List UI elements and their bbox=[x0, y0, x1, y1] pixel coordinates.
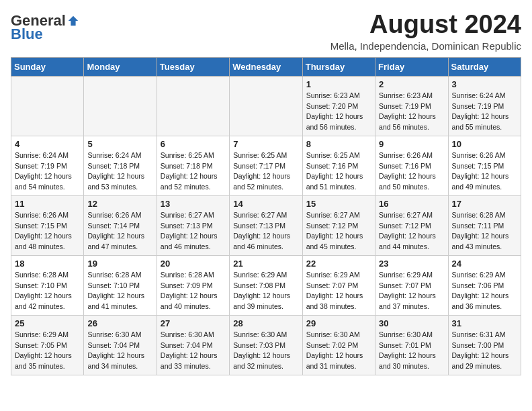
day-info: Sunrise: 6:24 AM Sunset: 7:19 PM Dayligh… bbox=[452, 91, 517, 133]
calendar-cell: 1Sunrise: 6:23 AM Sunset: 7:20 PM Daylig… bbox=[302, 76, 375, 136]
day-info: Sunrise: 6:27 AM Sunset: 7:12 PM Dayligh… bbox=[306, 210, 371, 253]
calendar-body: 1Sunrise: 6:23 AM Sunset: 7:20 PM Daylig… bbox=[11, 76, 521, 375]
header: General Blue August 2024 Mella, Independ… bbox=[11, 11, 521, 52]
weekday-header-friday: Friday bbox=[375, 57, 448, 76]
calendar-cell: 11Sunrise: 6:26 AM Sunset: 7:15 PM Dayli… bbox=[11, 195, 84, 255]
day-info: Sunrise: 6:28 AM Sunset: 7:10 PM Dayligh… bbox=[87, 270, 152, 312]
calendar-cell: 9Sunrise: 6:26 AM Sunset: 7:16 PM Daylig… bbox=[375, 136, 448, 195]
svg-marker-0 bbox=[69, 16, 78, 26]
calendar-week-row: 1Sunrise: 6:23 AM Sunset: 7:20 PM Daylig… bbox=[11, 76, 521, 136]
calendar-cell: 22Sunrise: 6:29 AM Sunset: 7:07 PM Dayli… bbox=[302, 255, 375, 315]
day-info: Sunrise: 6:30 AM Sunset: 7:01 PM Dayligh… bbox=[379, 330, 444, 372]
day-info: Sunrise: 6:27 AM Sunset: 7:13 PM Dayligh… bbox=[233, 210, 298, 253]
calendar-cell: 25Sunrise: 6:29 AM Sunset: 7:05 PM Dayli… bbox=[11, 315, 84, 375]
day-info: Sunrise: 6:26 AM Sunset: 7:16 PM Dayligh… bbox=[379, 150, 444, 193]
logo-icon bbox=[67, 15, 79, 27]
calendar-week-row: 11Sunrise: 6:26 AM Sunset: 7:15 PM Dayli… bbox=[11, 195, 521, 255]
day-info: Sunrise: 6:30 AM Sunset: 7:04 PM Dayligh… bbox=[161, 330, 226, 372]
day-info: Sunrise: 6:26 AM Sunset: 7:15 PM Dayligh… bbox=[452, 150, 517, 193]
calendar-cell bbox=[230, 76, 302, 136]
day-number: 18 bbox=[15, 259, 80, 269]
calendar-cell: 6Sunrise: 6:25 AM Sunset: 7:18 PM Daylig… bbox=[157, 136, 229, 195]
day-number: 24 bbox=[452, 259, 517, 269]
calendar-cell: 27Sunrise: 6:30 AM Sunset: 7:04 PM Dayli… bbox=[157, 315, 229, 375]
calendar-cell bbox=[11, 76, 84, 136]
calendar-week-row: 18Sunrise: 6:28 AM Sunset: 7:10 PM Dayli… bbox=[11, 255, 521, 315]
calendar-week-row: 4Sunrise: 6:24 AM Sunset: 7:19 PM Daylig… bbox=[11, 136, 521, 195]
logo-blue-text: Blue bbox=[11, 26, 43, 42]
calendar-cell bbox=[84, 76, 157, 136]
calendar-cell: 4Sunrise: 6:24 AM Sunset: 7:19 PM Daylig… bbox=[11, 136, 84, 195]
day-info: Sunrise: 6:31 AM Sunset: 7:00 PM Dayligh… bbox=[452, 330, 517, 372]
day-info: Sunrise: 6:23 AM Sunset: 7:19 PM Dayligh… bbox=[379, 91, 444, 133]
calendar-cell: 10Sunrise: 6:26 AM Sunset: 7:15 PM Dayli… bbox=[448, 136, 521, 195]
weekday-header-sunday: Sunday bbox=[11, 57, 84, 76]
day-info: Sunrise: 6:30 AM Sunset: 7:03 PM Dayligh… bbox=[233, 330, 298, 372]
weekday-header-saturday: Saturday bbox=[448, 57, 521, 76]
day-info: Sunrise: 6:26 AM Sunset: 7:15 PM Dayligh… bbox=[15, 210, 80, 253]
day-info: Sunrise: 6:25 AM Sunset: 7:17 PM Dayligh… bbox=[233, 150, 298, 193]
calendar-cell: 12Sunrise: 6:26 AM Sunset: 7:14 PM Dayli… bbox=[84, 195, 157, 255]
day-info: Sunrise: 6:29 AM Sunset: 7:05 PM Dayligh… bbox=[15, 330, 80, 372]
calendar-cell: 14Sunrise: 6:27 AM Sunset: 7:13 PM Dayli… bbox=[230, 195, 302, 255]
day-number: 22 bbox=[306, 259, 371, 269]
day-number: 15 bbox=[306, 199, 371, 209]
calendar-cell: 23Sunrise: 6:29 AM Sunset: 7:07 PM Dayli… bbox=[375, 255, 448, 315]
month-title: August 2024 bbox=[330, 11, 521, 39]
weekday-header-tuesday: Tuesday bbox=[157, 57, 229, 76]
weekday-header-thursday: Thursday bbox=[302, 57, 375, 76]
day-info: Sunrise: 6:29 AM Sunset: 7:07 PM Dayligh… bbox=[306, 270, 371, 312]
day-number: 21 bbox=[233, 259, 298, 269]
calendar-cell bbox=[157, 76, 229, 136]
day-number: 5 bbox=[87, 139, 152, 149]
day-info: Sunrise: 6:30 AM Sunset: 7:02 PM Dayligh… bbox=[306, 330, 371, 372]
day-info: Sunrise: 6:29 AM Sunset: 7:07 PM Dayligh… bbox=[379, 270, 444, 312]
calendar-cell: 2Sunrise: 6:23 AM Sunset: 7:19 PM Daylig… bbox=[375, 76, 448, 136]
day-number: 9 bbox=[379, 139, 444, 149]
calendar-cell: 17Sunrise: 6:28 AM Sunset: 7:11 PM Dayli… bbox=[448, 195, 521, 255]
calendar-cell: 5Sunrise: 6:24 AM Sunset: 7:18 PM Daylig… bbox=[84, 136, 157, 195]
day-number: 29 bbox=[306, 318, 371, 328]
calendar-cell: 30Sunrise: 6:30 AM Sunset: 7:01 PM Dayli… bbox=[375, 315, 448, 375]
calendar-cell: 13Sunrise: 6:27 AM Sunset: 7:13 PM Dayli… bbox=[157, 195, 229, 255]
day-number: 20 bbox=[161, 259, 226, 269]
day-info: Sunrise: 6:24 AM Sunset: 7:18 PM Dayligh… bbox=[87, 150, 152, 193]
day-info: Sunrise: 6:27 AM Sunset: 7:13 PM Dayligh… bbox=[161, 210, 226, 253]
calendar-cell: 3Sunrise: 6:24 AM Sunset: 7:19 PM Daylig… bbox=[448, 76, 521, 136]
day-number: 12 bbox=[87, 199, 152, 209]
calendar-cell: 21Sunrise: 6:29 AM Sunset: 7:08 PM Dayli… bbox=[230, 255, 302, 315]
weekday-header-wednesday: Wednesday bbox=[230, 57, 302, 76]
day-number: 19 bbox=[87, 259, 152, 269]
calendar-header: SundayMondayTuesdayWednesdayThursdayFrid… bbox=[11, 57, 521, 76]
calendar-cell: 20Sunrise: 6:28 AM Sunset: 7:09 PM Dayli… bbox=[157, 255, 229, 315]
day-info: Sunrise: 6:28 AM Sunset: 7:10 PM Dayligh… bbox=[15, 270, 80, 312]
day-number: 23 bbox=[379, 259, 444, 269]
logo: General Blue bbox=[11, 11, 79, 43]
calendar-cell: 29Sunrise: 6:30 AM Sunset: 7:02 PM Dayli… bbox=[302, 315, 375, 375]
title-area: August 2024 Mella, Independencia, Domini… bbox=[330, 11, 521, 52]
calendar-cell: 18Sunrise: 6:28 AM Sunset: 7:10 PM Dayli… bbox=[11, 255, 84, 315]
calendar-cell: 7Sunrise: 6:25 AM Sunset: 7:17 PM Daylig… bbox=[230, 136, 302, 195]
day-number: 7 bbox=[233, 139, 298, 149]
day-info: Sunrise: 6:27 AM Sunset: 7:12 PM Dayligh… bbox=[379, 210, 444, 253]
location-subtitle: Mella, Independencia, Dominican Republic bbox=[330, 40, 521, 52]
day-info: Sunrise: 6:25 AM Sunset: 7:18 PM Dayligh… bbox=[161, 150, 226, 193]
day-number: 30 bbox=[379, 318, 444, 328]
weekday-header-row: SundayMondayTuesdayWednesdayThursdayFrid… bbox=[11, 57, 521, 76]
day-info: Sunrise: 6:24 AM Sunset: 7:19 PM Dayligh… bbox=[15, 150, 80, 193]
day-number: 4 bbox=[15, 139, 80, 149]
day-number: 8 bbox=[306, 139, 371, 149]
calendar-cell: 19Sunrise: 6:28 AM Sunset: 7:10 PM Dayli… bbox=[84, 255, 157, 315]
day-number: 31 bbox=[452, 318, 517, 328]
day-number: 2 bbox=[379, 79, 444, 89]
calendar-table: SundayMondayTuesdayWednesdayThursdayFrid… bbox=[11, 57, 521, 375]
calendar-cell: 15Sunrise: 6:27 AM Sunset: 7:12 PM Dayli… bbox=[302, 195, 375, 255]
day-number: 1 bbox=[306, 79, 371, 89]
day-number: 25 bbox=[15, 318, 80, 328]
day-number: 26 bbox=[87, 318, 152, 328]
day-number: 10 bbox=[452, 139, 517, 149]
day-number: 11 bbox=[15, 199, 80, 209]
calendar-week-row: 25Sunrise: 6:29 AM Sunset: 7:05 PM Dayli… bbox=[11, 315, 521, 375]
day-info: Sunrise: 6:25 AM Sunset: 7:16 PM Dayligh… bbox=[306, 150, 371, 193]
day-info: Sunrise: 6:28 AM Sunset: 7:11 PM Dayligh… bbox=[452, 210, 517, 253]
